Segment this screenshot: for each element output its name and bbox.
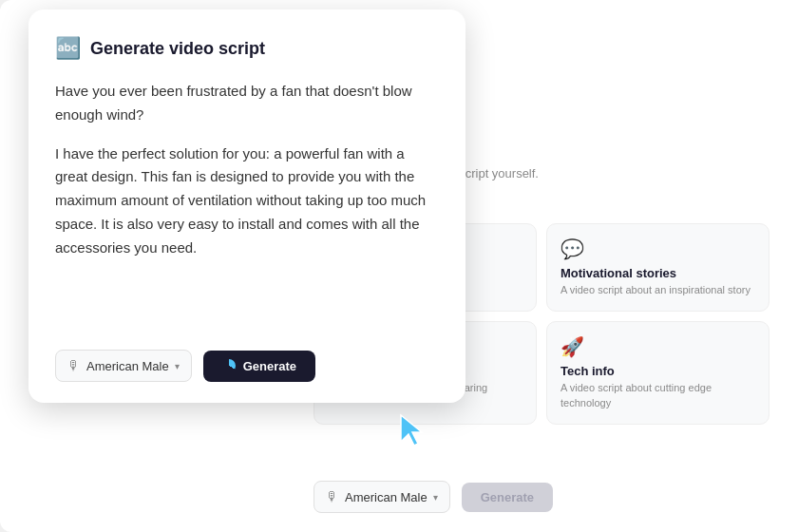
voice-select[interactable]: 🎙 American Male ▾ bbox=[55, 350, 192, 382]
voice-label-right: American Male bbox=[345, 490, 428, 504]
voice-icon: 🎙 bbox=[67, 358, 81, 373]
generate-label: Generate bbox=[243, 359, 296, 373]
popup-header: 🔤 Generate video script bbox=[55, 36, 439, 61]
motivational-card[interactable]: 💬 Motivational stories A video script ab… bbox=[546, 223, 770, 312]
voice-select-right[interactable]: 🎙 American Male ▾ bbox=[314, 481, 450, 513]
dropdown-arrow: ▾ bbox=[175, 361, 180, 371]
tech-card-desc: A video script about cutting edge techno… bbox=[560, 381, 755, 410]
bottom-bar: 🎙 American Male ▾ Generate bbox=[285, 481, 798, 513]
motivational-card-desc: A video script about an inspirational st… bbox=[560, 283, 755, 297]
generate-dot-icon bbox=[222, 359, 236, 372]
tech-card-title: Tech info bbox=[560, 364, 755, 378]
popup-card: 🔤 Generate video script Have you ever be… bbox=[28, 10, 466, 403]
popup-header-icon: 🔤 bbox=[55, 36, 81, 61]
popup-paragraph-2: I have the perfect solution for you: a p… bbox=[55, 142, 439, 260]
generate-button[interactable]: Generate bbox=[203, 351, 315, 382]
dropdown-arrow-right: ▾ bbox=[433, 492, 438, 503]
popup-body: Have you ever been frustrated by a fan t… bbox=[55, 80, 439, 327]
voice-label: American Male bbox=[86, 359, 169, 373]
tech-icon: 🚀 bbox=[560, 335, 755, 358]
popup-paragraph-1: Have you ever been frustrated by a fan t… bbox=[55, 80, 439, 127]
generate-button-right[interactable]: Generate bbox=[462, 483, 553, 512]
motivational-icon: 💬 bbox=[560, 238, 755, 260]
voice-icon-right: 🎙 bbox=[326, 489, 339, 504]
tech-card[interactable]: 🚀 Tech info A video script about cutting… bbox=[546, 321, 770, 425]
motivational-card-title: Motivational stories bbox=[560, 266, 755, 280]
popup-footer: 🎙 American Male ▾ Generate bbox=[55, 350, 439, 382]
popup-title: Generate video script bbox=[90, 39, 265, 59]
